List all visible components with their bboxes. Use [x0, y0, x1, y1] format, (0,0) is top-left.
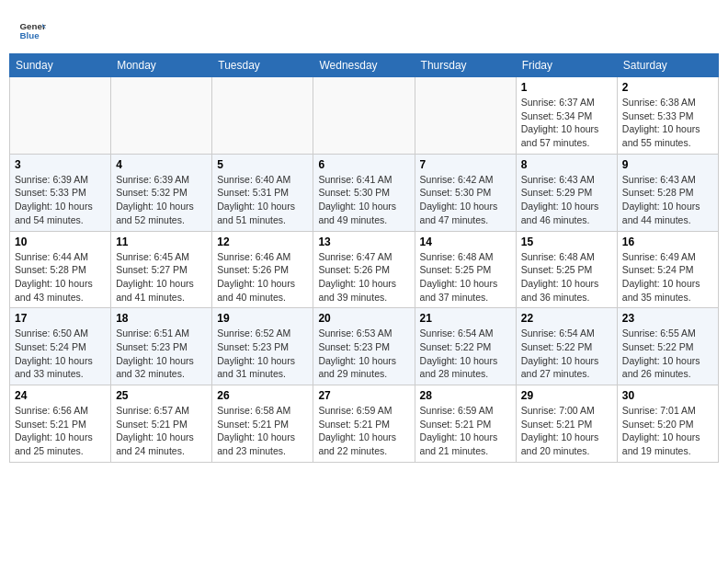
- day-info: Sunrise: 6:48 AM Sunset: 5:25 PM Dayligh…: [420, 250, 511, 304]
- weekday-header-thursday: Thursday: [415, 54, 516, 77]
- week-row-5: 24Sunrise: 6:56 AM Sunset: 5:21 PM Dayli…: [10, 385, 719, 463]
- day-info: Sunrise: 6:51 AM Sunset: 5:23 PM Dayligh…: [116, 327, 207, 381]
- day-info: Sunrise: 6:50 AM Sunset: 5:24 PM Dayligh…: [15, 327, 106, 381]
- day-info: Sunrise: 6:59 AM Sunset: 5:21 PM Dayligh…: [318, 404, 409, 458]
- calendar-cell: 22Sunrise: 6:54 AM Sunset: 5:22 PM Dayli…: [516, 308, 617, 385]
- day-number: 12: [217, 236, 308, 248]
- day-info: Sunrise: 6:43 AM Sunset: 5:28 PM Dayligh…: [622, 173, 713, 227]
- day-number: 30: [622, 389, 713, 402]
- day-info: Sunrise: 6:47 AM Sunset: 5:26 PM Dayligh…: [318, 250, 409, 304]
- calendar-cell: 29Sunrise: 7:00 AM Sunset: 5:21 PM Dayli…: [516, 385, 617, 463]
- day-number: 18: [116, 312, 207, 325]
- day-number: 10: [15, 236, 106, 248]
- weekday-header-monday: Monday: [111, 54, 212, 77]
- day-info: Sunrise: 6:59 AM Sunset: 5:21 PM Dayligh…: [420, 404, 511, 458]
- day-number: 15: [521, 236, 612, 248]
- day-info: Sunrise: 6:39 AM Sunset: 5:32 PM Dayligh…: [116, 173, 207, 227]
- day-number: 6: [318, 158, 409, 171]
- calendar-cell: 12Sunrise: 6:46 AM Sunset: 5:26 PM Dayli…: [212, 231, 313, 308]
- calendar-cell: 7Sunrise: 6:42 AM Sunset: 5:30 PM Daylig…: [415, 154, 516, 231]
- calendar-cell: 13Sunrise: 6:47 AM Sunset: 5:26 PM Dayli…: [313, 231, 415, 308]
- calendar-table: SundayMondayTuesdayWednesdayThursdayFrid…: [9, 53, 719, 463]
- week-row-4: 17Sunrise: 6:50 AM Sunset: 5:24 PM Dayli…: [10, 308, 719, 385]
- day-info: Sunrise: 7:00 AM Sunset: 5:21 PM Dayligh…: [521, 404, 612, 458]
- day-number: 20: [318, 312, 409, 325]
- calendar-cell: 3Sunrise: 6:39 AM Sunset: 5:33 PM Daylig…: [10, 154, 111, 231]
- day-number: 21: [420, 312, 511, 325]
- calendar-cell: [313, 77, 415, 155]
- calendar-cell: 9Sunrise: 6:43 AM Sunset: 5:28 PM Daylig…: [617, 154, 718, 231]
- day-number: 4: [116, 158, 207, 171]
- calendar-cell: 1Sunrise: 6:37 AM Sunset: 5:34 PM Daylig…: [516, 77, 617, 155]
- day-number: 3: [15, 158, 106, 171]
- calendar-cell: 18Sunrise: 6:51 AM Sunset: 5:23 PM Dayli…: [111, 308, 212, 385]
- day-number: 1: [521, 81, 612, 94]
- calendar-cell: 25Sunrise: 6:57 AM Sunset: 5:21 PM Dayli…: [111, 385, 212, 463]
- day-number: 14: [420, 236, 511, 248]
- day-number: 8: [521, 158, 612, 171]
- logo-icon: General Blue: [18, 17, 46, 44]
- day-number: 9: [622, 158, 713, 171]
- day-info: Sunrise: 6:43 AM Sunset: 5:29 PM Dayligh…: [521, 173, 612, 227]
- day-info: Sunrise: 6:40 AM Sunset: 5:31 PM Dayligh…: [217, 173, 308, 227]
- day-number: 25: [116, 389, 207, 402]
- day-info: Sunrise: 6:37 AM Sunset: 5:34 PM Dayligh…: [521, 96, 612, 150]
- calendar-cell: 17Sunrise: 6:50 AM Sunset: 5:24 PM Dayli…: [10, 308, 111, 385]
- calendar-cell: 6Sunrise: 6:41 AM Sunset: 5:30 PM Daylig…: [313, 154, 415, 231]
- day-info: Sunrise: 6:38 AM Sunset: 5:33 PM Dayligh…: [622, 96, 713, 150]
- week-row-2: 3Sunrise: 6:39 AM Sunset: 5:33 PM Daylig…: [10, 154, 719, 231]
- day-number: 23: [622, 312, 713, 325]
- weekday-header-saturday: Saturday: [617, 54, 718, 77]
- calendar-cell: [212, 77, 313, 155]
- week-row-3: 10Sunrise: 6:44 AM Sunset: 5:28 PM Dayli…: [10, 231, 719, 308]
- calendar-cell: [111, 77, 212, 155]
- day-info: Sunrise: 6:53 AM Sunset: 5:23 PM Dayligh…: [318, 327, 409, 381]
- calendar-cell: [10, 77, 111, 155]
- day-number: 29: [521, 389, 612, 402]
- day-number: 27: [318, 389, 409, 402]
- calendar-cell: 19Sunrise: 6:52 AM Sunset: 5:23 PM Dayli…: [212, 308, 313, 385]
- day-number: 24: [15, 389, 106, 402]
- day-number: 5: [217, 158, 308, 171]
- day-number: 17: [15, 312, 106, 325]
- day-info: Sunrise: 6:58 AM Sunset: 5:21 PM Dayligh…: [217, 404, 308, 458]
- day-info: Sunrise: 6:49 AM Sunset: 5:24 PM Dayligh…: [622, 250, 713, 304]
- calendar-cell: 10Sunrise: 6:44 AM Sunset: 5:28 PM Dayli…: [10, 231, 111, 308]
- day-info: Sunrise: 6:39 AM Sunset: 5:33 PM Dayligh…: [15, 173, 106, 227]
- page-header: General Blue: [9, 9, 719, 48]
- weekday-header-row: SundayMondayTuesdayWednesdayThursdayFrid…: [10, 54, 719, 77]
- calendar-cell: 11Sunrise: 6:45 AM Sunset: 5:27 PM Dayli…: [111, 231, 212, 308]
- calendar-cell: 23Sunrise: 6:55 AM Sunset: 5:22 PM Dayli…: [617, 308, 718, 385]
- day-number: 13: [318, 236, 409, 248]
- calendar-cell: 4Sunrise: 6:39 AM Sunset: 5:32 PM Daylig…: [111, 154, 212, 231]
- day-number: 19: [217, 312, 308, 325]
- day-number: 2: [622, 81, 713, 94]
- calendar-cell: 5Sunrise: 6:40 AM Sunset: 5:31 PM Daylig…: [212, 154, 313, 231]
- day-info: Sunrise: 6:55 AM Sunset: 5:22 PM Dayligh…: [622, 327, 713, 381]
- day-info: Sunrise: 6:46 AM Sunset: 5:26 PM Dayligh…: [217, 250, 308, 304]
- day-number: 28: [420, 389, 511, 402]
- weekday-header-tuesday: Tuesday: [212, 54, 313, 77]
- day-info: Sunrise: 7:01 AM Sunset: 5:20 PM Dayligh…: [622, 404, 713, 458]
- day-info: Sunrise: 6:41 AM Sunset: 5:30 PM Dayligh…: [318, 173, 409, 227]
- day-info: Sunrise: 6:44 AM Sunset: 5:28 PM Dayligh…: [15, 250, 106, 304]
- day-info: Sunrise: 6:45 AM Sunset: 5:27 PM Dayligh…: [116, 250, 207, 304]
- day-number: 26: [217, 389, 308, 402]
- calendar-cell: 27Sunrise: 6:59 AM Sunset: 5:21 PM Dayli…: [313, 385, 415, 463]
- calendar-cell: 28Sunrise: 6:59 AM Sunset: 5:21 PM Dayli…: [415, 385, 516, 463]
- calendar-cell: 16Sunrise: 6:49 AM Sunset: 5:24 PM Dayli…: [617, 231, 718, 308]
- day-number: 7: [420, 158, 511, 171]
- day-info: Sunrise: 6:54 AM Sunset: 5:22 PM Dayligh…: [420, 327, 511, 381]
- calendar-cell: 24Sunrise: 6:56 AM Sunset: 5:21 PM Dayli…: [10, 385, 111, 463]
- day-info: Sunrise: 6:56 AM Sunset: 5:21 PM Dayligh…: [15, 404, 106, 458]
- calendar-cell: 20Sunrise: 6:53 AM Sunset: 5:23 PM Dayli…: [313, 308, 415, 385]
- logo: General Blue: [18, 17, 50, 44]
- calendar-cell: 26Sunrise: 6:58 AM Sunset: 5:21 PM Dayli…: [212, 385, 313, 463]
- day-info: Sunrise: 6:42 AM Sunset: 5:30 PM Dayligh…: [420, 173, 511, 227]
- weekday-header-wednesday: Wednesday: [313, 54, 415, 77]
- svg-text:General: General: [20, 21, 47, 31]
- day-info: Sunrise: 6:54 AM Sunset: 5:22 PM Dayligh…: [521, 327, 612, 381]
- day-info: Sunrise: 6:48 AM Sunset: 5:25 PM Dayligh…: [521, 250, 612, 304]
- weekday-header-friday: Friday: [516, 54, 617, 77]
- day-number: 11: [116, 236, 207, 248]
